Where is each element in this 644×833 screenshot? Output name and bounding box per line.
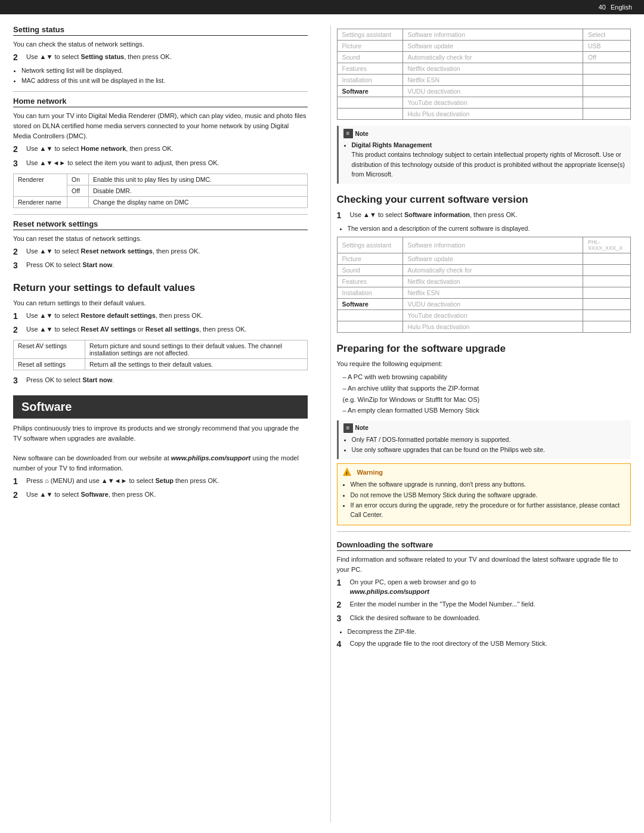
setting-status-bold: Setting status [80, 53, 124, 60]
reset-network-step3: 3 Press OK to select Start now. [13, 260, 308, 272]
table-row: Software VUDU deactivation [337, 86, 631, 97]
checking-bullets: The version and a description of the cur… [348, 224, 631, 233]
table-row: Software VUDU deactivation [337, 299, 631, 310]
table-row: Renderer name Change the display name on… [14, 196, 308, 208]
on-label: On [67, 174, 89, 185]
renderer-name-desc: Change the display name on DMC [89, 196, 308, 208]
table-row: Settings assistant Software information … [337, 237, 631, 253]
note-2-list: Only FAT / DOS-formatted portable memory… [352, 435, 627, 455]
reset-all-label: Reset all settings [14, 359, 85, 370]
reset-table: Reset AV settings Return picture and sou… [13, 340, 308, 370]
warning-box: ! Warning When the software upgrade is r… [337, 463, 631, 525]
drm-text: This product contains technology subject… [352, 151, 625, 178]
table-row: Sound Automatically check for Off [337, 52, 631, 63]
setting-status-bullets: Network setting list will be displayed. … [21, 66, 308, 86]
reset-network-title: Reset network settings [13, 219, 308, 230]
table-row: Sound Automatically check for [337, 265, 631, 276]
table-row: Hulu Plus deactivation [337, 321, 631, 333]
reset-av-label: Reset AV settings [14, 340, 85, 359]
renderer-label: Renderer [14, 174, 67, 196]
decompress-bullet: Decompress the ZIP-file. [348, 627, 631, 636]
table-row: Picture Software update USB [337, 41, 631, 52]
software-header: Software [13, 395, 308, 419]
reset-network-section: Reset network settings You can reset the… [13, 219, 308, 272]
home-network-title: Home network [13, 97, 308, 107]
svg-text:!: ! [346, 470, 348, 476]
table-row: Renderer On Enable this unit to play fil… [14, 174, 308, 185]
table-row: Installation Netflix ESN [337, 75, 631, 86]
note-icon: ≡ [343, 129, 353, 138]
menu-table-1: Settings assistant Software information … [337, 29, 631, 120]
drm-label: Digital Rights Management [352, 141, 432, 148]
return-defaults-title: Return your settings to default values [13, 281, 308, 295]
warning-item-3: If an error occurs during the upgrade, r… [351, 500, 626, 520]
downloading-step2: 2 Enter the model number in the "Type th… [337, 599, 631, 611]
setting-status-body: You can check the status of network sett… [13, 39, 308, 49]
setting-status-section: Setting status You can check the status … [13, 25, 308, 85]
preparing-body: You require the following equipment: [337, 359, 631, 369]
checking-step1: 1 Use ▲▼ to select Software information,… [337, 210, 631, 222]
software-body1: Philips continuously tries to improve it… [13, 423, 308, 444]
table-row: Features Netflix deactivation [337, 276, 631, 287]
software-step1: 1 Press ⌂ (MENU) and use ▲▼◄► to select … [13, 476, 308, 488]
note-2-item-1: Only FAT / DOS-formatted portable memory… [352, 435, 627, 444]
home-network-body: You can turn your TV into Digital Media … [13, 111, 308, 141]
software-step2: 2 Use ▲▼ to select Software, then press … [13, 490, 308, 501]
drm-note-list: Digital Rights Management This product c… [352, 140, 627, 179]
table-row: Reset all settings Return all the settin… [14, 359, 308, 370]
home-network-step3: 3 Use ▲▼◄► to select the item you want t… [13, 158, 308, 170]
checking-software-title: Checking your current software version [337, 193, 631, 206]
menu-table-1-section: Settings assistant Software information … [337, 29, 631, 120]
software-url: www.philips.com/support [171, 454, 250, 462]
table-row: YouTube deactivation [337, 97, 631, 109]
table-row: Reset AV settings Return picture and sou… [14, 340, 308, 359]
right-column: Settings assistant Software information … [330, 25, 631, 822]
table-row: Hulu Plus deactivation [337, 109, 631, 120]
home-network-section: Home network You can turn your TV into D… [13, 97, 308, 208]
page-lang: English [611, 4, 632, 11]
dash-item-1: A PC with web browsing capability [343, 371, 631, 383]
table-row: Installation Netflix ESN [337, 287, 631, 299]
return-defaults-step1: 1 Use ▲▼ to select Restore default setti… [13, 311, 308, 323]
page-number: 40 [599, 4, 606, 11]
table-row: YouTube deactivation [337, 310, 631, 321]
note-drm: ≡ Note Digital Rights Management This pr… [337, 126, 631, 184]
note-2-item-2: Use only software upgrades that can be f… [352, 445, 627, 454]
reset-av-desc: Return picture and sound settings to the… [85, 340, 308, 359]
checking-bullet: The version and a description of the cur… [348, 224, 631, 233]
renderer-name-label: Renderer name [14, 196, 67, 208]
warning-item-1: When the software upgrade is running, do… [351, 479, 626, 489]
note-2-title: ≡ Note [343, 423, 627, 433]
return-defaults-step2: 2 Use ▲▼ to select Reset AV settings or … [13, 324, 308, 336]
software-body2: New software can be downloaded from our … [13, 453, 308, 473]
warning-list: When the software upgrade is running, do… [351, 479, 626, 519]
reset-network-body: You can reset the status of network sett… [13, 234, 308, 244]
setting-status-bullet-1: Network setting list will be displayed. [21, 66, 308, 75]
menu-table-2-section: Settings assistant Software information … [337, 237, 631, 333]
page-number-bar: 40 English [0, 0, 644, 14]
warning-icon: ! [342, 467, 352, 478]
left-column: Setting status You can check the status … [13, 25, 314, 822]
setting-status-step2: 2 Use ▲▼ to select Setting status, then … [13, 52, 308, 64]
reset-all-desc: Return all the settings to their default… [85, 359, 308, 370]
note-2-icon: ≡ [343, 423, 353, 433]
downloading-title: Downloading the software [337, 540, 631, 551]
downloading-body: Find information and software related to… [337, 555, 631, 575]
setting-status-title: Setting status [13, 25, 308, 36]
home-network-table: Renderer On Enable this unit to play fil… [13, 174, 308, 208]
off-description: Disable DMR. [89, 185, 308, 196]
downloading-step3-bullets: Decompress the ZIP-file. [348, 627, 631, 636]
home-network-step2: 2 Use ▲▼ to select Home network, then pr… [13, 144, 308, 156]
return-defaults-body: You can return settings to their default… [13, 298, 308, 308]
preparing-title: Preparing for the software upgrade [337, 342, 631, 355]
warning-item-2: Do not remove the USB Memory Stick durin… [351, 490, 626, 500]
page: 40 English Setting status You can check … [0, 0, 644, 833]
downloading-step1: 1 On your PC, open a web browser and go … [337, 577, 631, 597]
menu-table-2: Settings assistant Software information … [337, 237, 631, 333]
setting-status-bullet-2: MAC address of this unit will be display… [21, 76, 308, 85]
downloading-step4: 4 Copy the upgrade file to the root dire… [337, 639, 631, 651]
table-row: Features Netflix deactivation [337, 63, 631, 75]
warning-title: ! Warning [342, 467, 626, 478]
note-2: ≡ Note Only FAT / DOS-formatted portable… [337, 420, 631, 460]
content-area: Setting status You can check the status … [0, 14, 644, 833]
